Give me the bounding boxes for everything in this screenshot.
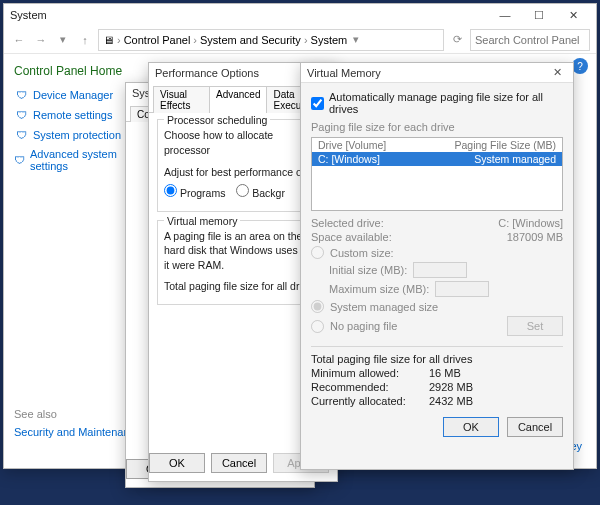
minimize-icon[interactable]: —: [488, 4, 522, 26]
max-size-input: [435, 281, 489, 297]
window-title: System: [10, 9, 47, 21]
radio-custom: [311, 246, 324, 259]
group-label: Paging file size for each drive: [311, 121, 563, 133]
drive-list-row[interactable]: C: [Windows] System managed: [312, 152, 562, 166]
radio-no-paging: [311, 320, 324, 333]
shield-icon: 🛡: [14, 128, 28, 142]
sidebar-heading[interactable]: Control Panel Home: [14, 64, 124, 78]
initial-size-label: Initial size (MB):: [329, 264, 407, 276]
search-input[interactable]: [470, 29, 590, 51]
history-dropdown-icon[interactable]: ▾: [54, 31, 72, 49]
rec-value: 2928 MB: [429, 381, 473, 393]
refresh-icon[interactable]: ⟳: [448, 31, 466, 49]
radio-no-paging-label: No paging file: [330, 320, 397, 332]
cur-label: Currently allocated:: [311, 395, 421, 407]
cur-value: 2432 MB: [429, 395, 473, 407]
radio-system-managed: [311, 300, 324, 313]
back-icon[interactable]: ←: [10, 31, 28, 49]
titlebar[interactable]: System — ☐ ✕: [4, 4, 596, 26]
shield-icon: 🛡: [14, 153, 25, 167]
close-icon[interactable]: ✕: [547, 66, 567, 79]
radio-programs-input[interactable]: [164, 184, 177, 197]
crumb-system[interactable]: System: [311, 34, 348, 46]
maximize-icon[interactable]: ☐: [522, 4, 556, 26]
min-label: Minimum allowed:: [311, 367, 421, 379]
sidebar-item-remote[interactable]: 🛡 Remote settings: [14, 108, 124, 122]
crumb-system-security[interactable]: System and Security: [200, 34, 301, 46]
totals-label: Total paging file size for all drives: [311, 353, 563, 365]
max-size-label: Maximum size (MB):: [329, 283, 429, 295]
drive-list[interactable]: Drive [Volume] Paging File Size (MB) C: …: [311, 137, 563, 211]
radio-background-input[interactable]: [236, 184, 249, 197]
sidebar-item-label: Advanced system settings: [30, 148, 124, 172]
see-also-label: See also: [14, 408, 141, 420]
set-button: Set: [507, 316, 563, 336]
shield-icon: 🛡: [14, 108, 28, 122]
ok-button[interactable]: OK: [149, 453, 205, 473]
crumb-control-panel[interactable]: Control Panel: [124, 34, 191, 46]
drive-list-header: Drive [Volume] Paging File Size (MB): [312, 138, 562, 152]
crumb-dropdown-icon[interactable]: ▾: [353, 33, 359, 46]
tab-visual-effects[interactable]: Visual Effects: [153, 86, 210, 113]
sched-text: Choose how to allocate processor: [164, 128, 322, 157]
breadcrumb[interactable]: 🖥 › Control Panel › System and Security …: [98, 29, 444, 51]
rec-label: Recommended:: [311, 381, 421, 393]
cancel-button[interactable]: Cancel: [211, 453, 267, 473]
sidebar-item-label: System protection: [33, 129, 121, 141]
auto-manage-label: Automatically manage paging file size fo…: [329, 91, 563, 115]
sidebar-item-advanced[interactable]: 🛡 Advanced system settings: [14, 148, 124, 172]
space-label: Space available:: [311, 231, 392, 243]
see-also-link[interactable]: Security and Maintenance: [14, 426, 141, 438]
vm-title: Virtual Memory: [307, 67, 381, 79]
group-legend: Processor scheduling: [164, 113, 270, 128]
sidebar-item-label: Device Manager: [33, 89, 113, 101]
up-icon[interactable]: ↑: [76, 31, 94, 49]
vm-text1: A paging file is an area on the hard dis…: [164, 229, 322, 273]
selected-drive-value: C: [Windows]: [498, 217, 563, 229]
selected-drive-label: Selected drive:: [311, 217, 384, 229]
vm-titlebar[interactable]: Virtual Memory ✕: [301, 63, 573, 83]
close-icon[interactable]: ✕: [556, 4, 590, 26]
min-value: 16 MB: [429, 367, 461, 379]
radio-custom-label: Custom size:: [330, 247, 394, 259]
radio-background[interactable]: Backgr: [236, 187, 285, 199]
tab-advanced[interactable]: Advanced: [209, 86, 267, 113]
sidebar: Control Panel Home 🛡 Device Manager 🛡 Re…: [4, 56, 134, 468]
space-value: 187009 MB: [507, 231, 563, 243]
adjust-label: Adjust for best performance of:: [164, 165, 322, 180]
initial-size-input: [413, 262, 467, 278]
toolbar: ← → ▾ ↑ 🖥 › Control Panel › System and S…: [4, 26, 596, 54]
radio-system-label: System managed size: [330, 301, 438, 313]
radio-programs[interactable]: Programs: [164, 187, 225, 199]
ok-button[interactable]: OK: [443, 417, 499, 437]
vm-text2: Total paging file size for all drives:: [164, 279, 322, 294]
shield-icon: 🛡: [14, 88, 28, 102]
sidebar-item-device-manager[interactable]: 🛡 Device Manager: [14, 88, 124, 102]
pc-icon: 🖥: [103, 34, 114, 46]
sidebar-item-label: Remote settings: [33, 109, 112, 121]
forward-icon[interactable]: →: [32, 31, 50, 49]
group-legend: Virtual memory: [164, 214, 240, 229]
cancel-button[interactable]: Cancel: [507, 417, 563, 437]
auto-manage-checkbox[interactable]: [311, 97, 324, 110]
virtual-memory-dialog: Virtual Memory ✕ Automatically manage pa…: [300, 62, 574, 470]
sidebar-item-protection[interactable]: 🛡 System protection: [14, 128, 124, 142]
